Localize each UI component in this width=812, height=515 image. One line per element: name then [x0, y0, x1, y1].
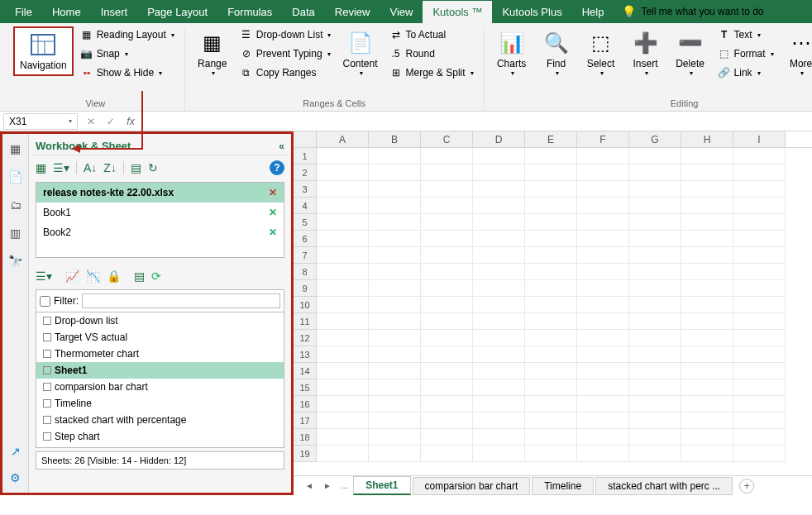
row-header[interactable]: 6	[294, 231, 317, 247]
prevent-typing-button[interactable]: ⊘Prevent Typing▾	[236, 45, 335, 62]
cell[interactable]	[473, 396, 525, 412]
cell[interactable]	[681, 412, 733, 429]
cell[interactable]	[733, 148, 786, 165]
cell[interactable]	[629, 379, 681, 396]
cell[interactable]	[317, 231, 369, 247]
sheet-list-icon[interactable]: ☰▾	[36, 269, 52, 283]
cell[interactable]	[473, 363, 525, 379]
cell[interactable]	[629, 247, 681, 264]
cell[interactable]	[317, 446, 369, 462]
cell[interactable]	[369, 313, 421, 330]
cell[interactable]	[733, 446, 786, 462]
cell[interactable]	[681, 214, 733, 231]
cell[interactable]	[577, 396, 629, 412]
cell[interactable]	[733, 181, 786, 198]
row-header[interactable]: 3	[294, 181, 317, 198]
wb-list-icon[interactable]: ☰▾	[53, 161, 69, 174]
cell[interactable]	[577, 412, 629, 429]
cell[interactable]	[421, 181, 473, 198]
cell[interactable]	[421, 198, 473, 214]
col-header[interactable]: H	[681, 131, 733, 147]
cell[interactable]	[317, 247, 369, 264]
merge-split-button[interactable]: ⊞Merge & Split▾	[386, 64, 477, 81]
cell[interactable]	[473, 198, 525, 214]
cell[interactable]	[525, 165, 577, 181]
row-header[interactable]: 5	[294, 214, 317, 231]
cell[interactable]	[421, 330, 473, 346]
cell[interactable]	[681, 181, 733, 198]
cell[interactable]	[733, 297, 786, 313]
cell[interactable]	[369, 396, 421, 412]
cell[interactable]	[577, 280, 629, 297]
link-button[interactable]: 🔗Link▾	[714, 64, 777, 81]
sheet-checkbox[interactable]	[43, 416, 51, 424]
tab-help[interactable]: Help	[572, 1, 614, 23]
cell[interactable]	[525, 247, 577, 264]
sheet-tab[interactable]: Timeline	[532, 477, 594, 495]
cell[interactable]	[733, 280, 786, 297]
cell[interactable]	[577, 148, 629, 165]
cell[interactable]	[733, 198, 786, 214]
workbook-item[interactable]: release notes-kte 22.00.xlsx ✕	[36, 183, 284, 203]
cell[interactable]	[629, 198, 681, 214]
cell[interactable]	[421, 247, 473, 264]
sheet-item[interactable]: stacked chart with percentage	[36, 412, 284, 428]
cell[interactable]	[577, 198, 629, 214]
add-sheet-button[interactable]: +	[739, 479, 754, 494]
cell[interactable]	[473, 181, 525, 198]
cell[interactable]	[681, 264, 733, 280]
cell[interactable]	[317, 396, 369, 412]
name-box[interactable]: X31 ▾	[3, 113, 78, 130]
cell[interactable]	[317, 198, 369, 214]
sheet-item[interactable]: Thermometer chart	[36, 346, 284, 362]
col-header[interactable]: A	[317, 131, 369, 147]
insert-function-button[interactable]: fx	[121, 116, 141, 127]
cell[interactable]	[421, 231, 473, 247]
cell[interactable]	[369, 181, 421, 198]
cell[interactable]	[577, 330, 629, 346]
row-header[interactable]: 8	[294, 264, 317, 280]
cell[interactable]	[473, 429, 525, 446]
workbook-close-icon[interactable]: ✕	[269, 187, 277, 198]
cell[interactable]	[525, 396, 577, 412]
cell[interactable]	[629, 231, 681, 247]
cell[interactable]	[369, 363, 421, 379]
cell[interactable]	[681, 280, 733, 297]
row-header[interactable]: 2	[294, 165, 317, 181]
cell[interactable]	[681, 363, 733, 379]
cell[interactable]	[317, 330, 369, 346]
cell[interactable]	[629, 412, 681, 429]
cell[interactable]	[473, 313, 525, 330]
cell[interactable]	[577, 313, 629, 330]
cell[interactable]	[577, 379, 629, 396]
tab-kutools-plus[interactable]: Kutools Plus	[492, 1, 571, 23]
cell[interactable]	[369, 280, 421, 297]
workbook-close-icon[interactable]: ✕	[269, 227, 277, 238]
cell[interactable]	[525, 346, 577, 363]
cell[interactable]	[733, 396, 786, 412]
cell[interactable]	[421, 396, 473, 412]
nav-tab-names-icon[interactable]: 🗂	[7, 197, 24, 213]
range-button[interactable]: ▦ Range ▾	[192, 26, 233, 80]
cell[interactable]	[317, 363, 369, 379]
cell[interactable]	[733, 247, 786, 264]
cell[interactable]	[421, 429, 473, 446]
row-header[interactable]: 16	[294, 396, 317, 412]
cell[interactable]	[317, 264, 369, 280]
formula-input[interactable]	[141, 113, 812, 130]
cell[interactable]	[733, 330, 786, 346]
cell[interactable]	[317, 346, 369, 363]
cell[interactable]	[473, 280, 525, 297]
cell[interactable]	[421, 297, 473, 313]
cell[interactable]	[525, 429, 577, 446]
cell[interactable]	[577, 446, 629, 462]
sheet-checkbox[interactable]	[43, 383, 51, 391]
cell[interactable]	[369, 412, 421, 429]
grid-body[interactable]: 12345678910111213141516171819	[294, 148, 812, 475]
col-header[interactable]: E	[525, 131, 577, 147]
cell[interactable]	[681, 379, 733, 396]
cell[interactable]	[473, 330, 525, 346]
sheet-checkbox[interactable]	[43, 317, 51, 325]
tab-file[interactable]: File	[5, 1, 42, 23]
cell[interactable]	[681, 346, 733, 363]
